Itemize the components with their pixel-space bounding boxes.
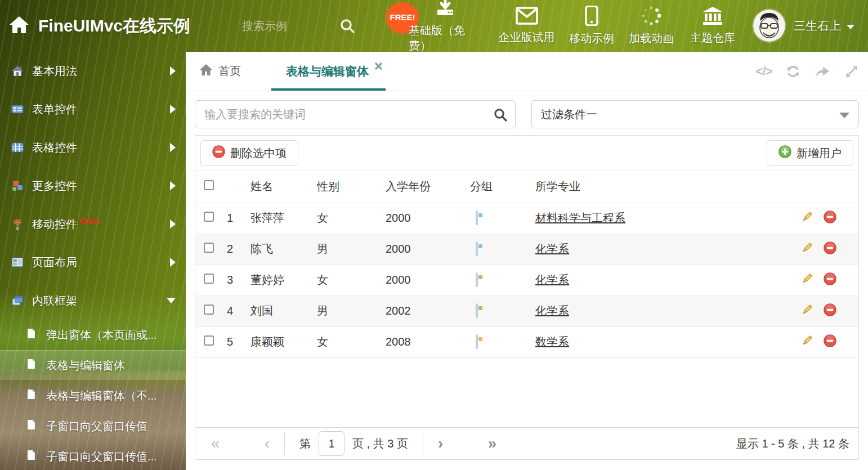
layout-icon (11, 256, 24, 268)
expand-icon[interactable] (843, 63, 860, 80)
pencil-icon (801, 241, 813, 257)
edit-row-button[interactable] (797, 265, 824, 296)
nav-basic-edition[interactable]: 基础版（免费） (409, 0, 482, 52)
share-icon[interactable] (814, 63, 831, 80)
antenna-icon (11, 218, 24, 230)
filter-dropdown[interactable]: 过滤条件一 (531, 100, 859, 128)
divider (423, 432, 423, 455)
nav-enterprise-trial[interactable]: 企业版试用 (491, 0, 562, 52)
table-header-row: 姓名 性别 入学年份 分组 所学专业 (195, 171, 858, 203)
nav-theme-store[interactable]: 主题仓库 (682, 0, 743, 52)
sidebar-item-more-controls[interactable]: 移动控件更多控件 (0, 167, 186, 205)
column-header-name: 姓名 (250, 171, 317, 203)
delete-selected-button[interactable]: 删除选中项 (200, 140, 298, 166)
select-all-checkbox[interactable] (204, 180, 214, 190)
main-panel: 首页 表格与编辑窗体 </> (186, 52, 868, 470)
minus-circle-icon (212, 145, 225, 161)
edit-row-button[interactable] (797, 296, 824, 326)
search-icon[interactable] (339, 17, 356, 37)
brand[interactable]: FineUIMvc在线示例 (9, 0, 190, 52)
pencil-icon (801, 303, 813, 319)
next-page-button[interactable]: › (438, 436, 443, 451)
table-row: 4刘国男2002化学系 (195, 296, 858, 326)
header-search-input[interactable] (242, 15, 338, 37)
sidebar-subitem-grid-edit-window-2[interactable]: 表格与编辑窗体（不... (0, 381, 186, 411)
home-icon (9, 15, 29, 37)
delete-row-button[interactable] (824, 296, 858, 326)
sidebar-nav: 基本用法 表单控件 表格控件 移动控件更多控件 (0, 52, 186, 470)
mobile-icon (585, 6, 598, 28)
plus-circle-icon (778, 145, 791, 161)
row-checkbox[interactable] (204, 212, 214, 222)
sidebar-item-mobile-controls[interactable]: 移动控件Corp. (0, 205, 186, 243)
user-avatar[interactable] (753, 10, 785, 42)
row-index: 1 (227, 203, 250, 234)
sidebar-subitem-child-to-parent[interactable]: 子窗口向父窗口传值 (0, 411, 186, 441)
pencil-icon (801, 334, 813, 350)
minus-circle-icon (824, 303, 836, 319)
delete-row-button[interactable] (824, 326, 858, 357)
cell-year: 2002 (386, 296, 470, 326)
pencil-icon (801, 211, 813, 226)
edit-row-button[interactable] (797, 326, 824, 357)
sidebar-item-label: 移动控件更多控件 (32, 178, 170, 194)
corp-badge: Corp. (79, 216, 100, 225)
user-menu[interactable]: 三生石上 (794, 0, 854, 52)
major-link[interactable]: 化学系 (535, 274, 569, 286)
add-user-button[interactable]: 新增用户 (767, 140, 853, 166)
sidebar-item-iframe[interactable]: 内联框架 (0, 281, 186, 320)
edit-row-button[interactable] (797, 203, 824, 234)
row-checkbox[interactable] (204, 243, 214, 253)
table-row: 1张萍萍女2000材料科学与工程系 (195, 203, 858, 234)
row-checkbox[interactable] (204, 305, 214, 315)
row-index: 4 (227, 296, 250, 326)
search-icon[interactable] (493, 108, 508, 124)
tag-icon (476, 334, 478, 349)
sidebar-item-basic-usage[interactable]: 基本用法 (0, 52, 186, 90)
cell-name: 张萍萍 (250, 203, 317, 234)
chevron-right-icon (170, 258, 176, 267)
filter-row: 过滤条件一 (195, 100, 859, 128)
major-link[interactable]: 数学系 (535, 335, 569, 348)
page-number-input[interactable] (319, 431, 344, 456)
sidebar-item-label: 内联框架 (32, 293, 167, 308)
sidebar-item-page-layout[interactable]: 页面布局 (0, 243, 186, 281)
chevron-down-icon (167, 298, 176, 303)
code-icon[interactable]: </> (755, 63, 772, 80)
major-link[interactable]: 化学系 (535, 305, 569, 317)
tab-grid-edit-window[interactable]: 表格与编辑窗体 (271, 52, 386, 91)
sidebar-subitem-grid-edit-window[interactable]: 表格与编辑窗体 (0, 350, 186, 381)
nav-loading-animation[interactable]: 加载动画 (621, 0, 682, 52)
download-icon (435, 0, 456, 20)
tag-icon (476, 211, 478, 225)
major-link[interactable]: 材料科学与工程系 (535, 212, 625, 224)
sidebar-item-label: 页面布局 (32, 255, 170, 270)
last-page-button[interactable]: » (488, 436, 496, 451)
row-checkbox[interactable] (204, 335, 214, 346)
nav-mobile-demo[interactable]: 移动示例 (561, 0, 622, 52)
chevron-down-icon (839, 113, 849, 118)
delete-row-button[interactable] (824, 265, 858, 296)
refresh-icon[interactable] (785, 63, 802, 80)
sidebar-item-form-controls[interactable]: 表单控件 (0, 90, 186, 128)
keyword-search (195, 100, 516, 128)
tag-icon (476, 272, 478, 287)
prev-page-button[interactable]: ‹ (265, 436, 270, 451)
delete-row-button[interactable] (824, 234, 858, 265)
tab-home[interactable]: 首页 (186, 52, 254, 91)
sidebar-item-grid-controls[interactable]: 表格控件 (0, 128, 186, 167)
sidebar-subitem-child-to-parent-2[interactable]: 子窗口向父窗口传值... (0, 441, 186, 470)
cell-year: 2000 (386, 203, 470, 234)
close-icon[interactable] (375, 59, 382, 73)
major-link[interactable]: 化学系 (535, 243, 569, 255)
cell-year: 2000 (386, 234, 470, 265)
sidebar-subitem-popup-window[interactable]: 弹出窗体（本页面或... (0, 320, 186, 350)
cell-gender: 女 (317, 326, 386, 357)
page-prefix-label: 第 (299, 436, 311, 451)
edit-row-button[interactable] (797, 234, 824, 265)
keyword-search-input[interactable] (195, 100, 516, 128)
delete-row-button[interactable] (824, 203, 858, 234)
chevron-right-icon (170, 143, 176, 152)
first-page-button[interactable]: « (211, 436, 220, 451)
row-checkbox[interactable] (204, 274, 214, 284)
